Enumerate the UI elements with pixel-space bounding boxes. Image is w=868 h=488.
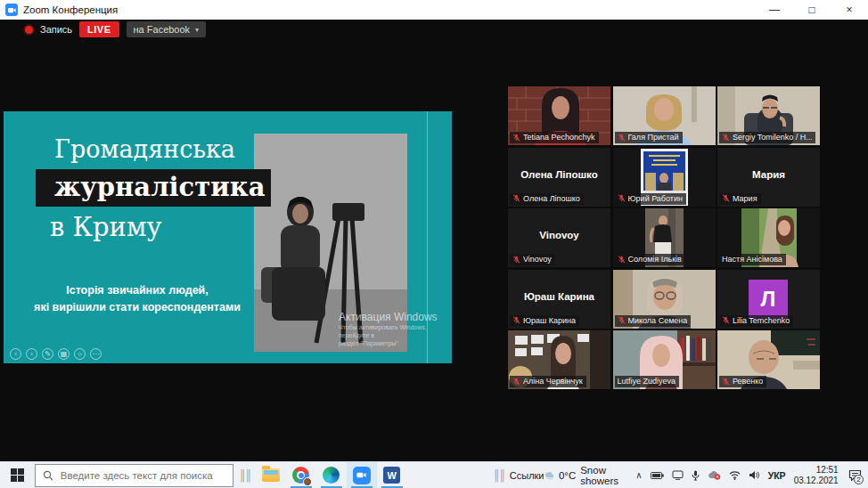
muted-mic-icon — [722, 134, 730, 142]
windows-activation-watermark: Активация Windows Чтобы активировать Win… — [339, 311, 452, 347]
language-indicator[interactable]: УКР — [768, 470, 786, 481]
search-input[interactable] — [61, 470, 225, 481]
live-target-button[interactable]: на Facebook ▾ — [127, 21, 207, 37]
slide-title-line2: журналістика — [54, 173, 271, 201]
participant-name-tag: Юрий Работин — [615, 193, 686, 205]
chevron-down-icon: ▾ — [195, 26, 199, 34]
slide-title: Громадянська журналістика в Криму — [4, 134, 271, 242]
weather-temp: 0°C — [559, 470, 576, 481]
participant-tile[interactable]: Мария Мария — [717, 148, 820, 207]
participant-tile[interactable]: Олена Ліпошко Олена Ліпошко — [508, 148, 610, 207]
slide-title-line1: Громадянська — [4, 134, 271, 165]
display-cast-icon[interactable] — [672, 470, 684, 480]
weather-text: Snow showers — [580, 465, 627, 486]
chrome-icon — [292, 467, 309, 484]
participant-tile[interactable]: Микола Семена — [613, 270, 716, 329]
slide-title-band: журналістика — [36, 169, 271, 207]
pen-tool-button[interactable]: ✎ — [42, 348, 53, 360]
participant-name-tag: Микола Семена — [615, 315, 692, 327]
links-toolbar-handle-icon[interactable]: ║║ — [493, 469, 504, 482]
muted-mic-icon — [722, 194, 730, 202]
zoom-taskbar-icon[interactable] — [347, 462, 377, 488]
recording-dot-icon — [25, 26, 33, 34]
participant-tile[interactable]: Юрий Работин — [613, 148, 716, 207]
chrome-taskbar-icon[interactable] — [286, 462, 316, 488]
participant-tile[interactable]: Tetiana Pechonchyk — [508, 86, 610, 145]
volume-icon[interactable] — [749, 470, 760, 480]
windows-logo-icon — [11, 468, 24, 482]
muted-mic-icon — [512, 256, 520, 264]
slideshow-controls: ‹ › ✎ ▦ ○ ⋯ — [10, 348, 102, 360]
participant-tile[interactable]: Sergiy Tomilenko / Н... — [717, 86, 820, 145]
links-toolbar-label[interactable]: Ссылки — [510, 470, 545, 481]
participant-name-tag: Юраш Карина — [510, 315, 579, 327]
participant-tile[interactable]: Ревенко — [717, 330, 820, 389]
microphone-icon[interactable] — [692, 470, 700, 481]
muted-mic-icon — [512, 316, 520, 324]
live-badge: LIVE — [79, 21, 119, 37]
participant-tile-active-speaker[interactable]: Lutfiye Zudiyeva — [613, 330, 716, 389]
system-tray: 0°C Snow showers ∧ УКР 12:51 03.12.2021 … — [545, 462, 868, 488]
participant-display-name: Олена Ліпошко — [508, 169, 610, 180]
notification-count-badge: 2 — [854, 475, 864, 484]
zoom-camera-icon — [353, 467, 371, 484]
more-options-button[interactable]: ⋯ — [90, 348, 102, 360]
wifi-icon[interactable] — [729, 470, 741, 480]
minimize-button[interactable]: — — [756, 0, 793, 20]
slide-sorter-button[interactable]: ▦ — [58, 348, 70, 360]
participant-tile[interactable]: Настя Анісімова — [717, 208, 820, 267]
screen-share-area: Громадянська журналістика в Криму Історі… — [0, 20, 495, 461]
participant-tile[interactable]: Vinovoy Vinovoy — [508, 208, 610, 267]
file-explorer-taskbar-icon[interactable] — [256, 462, 286, 488]
participant-tile[interactable]: Л Lilia Temchenko — [717, 270, 820, 329]
slide-subtitle: Історія звичайних людей, які вирішили ст… — [12, 282, 262, 316]
participant-tile[interactable]: Галя Пристай — [613, 86, 716, 145]
battery-icon[interactable] — [651, 471, 664, 480]
participant-tile[interactable]: Соломія Ільків — [613, 208, 716, 267]
recording-bar: Запись LIVE на Facebook ▾ — [25, 20, 206, 38]
presentation-slide: Громадянська журналістика в Криму Історі… — [4, 111, 452, 363]
participant-name-tag: Аліна Червінчук — [510, 376, 586, 387]
muted-mic-icon — [618, 194, 626, 202]
participant-name-tag: Lutfiye Zudiyeva — [615, 376, 680, 387]
participant-tile[interactable]: Аліна Червінчук — [508, 330, 610, 389]
participant-display-name: Vinovoy — [508, 230, 610, 240]
participant-name-tag: Tetiana Pechonchyk — [510, 132, 599, 143]
toolbar-handle-icon[interactable]: ║║ — [239, 469, 250, 482]
window-titlebar: Zoom Конференция — □ × — [0, 0, 868, 20]
action-center-button[interactable]: 2 — [847, 462, 864, 488]
onedrive-error-icon[interactable] — [708, 470, 721, 480]
muted-mic-icon — [618, 316, 626, 324]
edge-taskbar-icon[interactable] — [316, 462, 347, 488]
taskbar-search[interactable] — [35, 464, 233, 487]
show-hidden-icons-button[interactable]: ∧ — [635, 470, 642, 480]
previous-slide-button[interactable]: ‹ — [10, 348, 21, 360]
muted-mic-icon — [722, 378, 730, 386]
taskbar-clock[interactable]: 12:51 03.12.2021 — [794, 465, 839, 486]
live-target-label: на Facebook — [134, 24, 191, 35]
participant-name-tag: Олена Ліпошко — [510, 193, 584, 205]
participant-name-tag: Ревенко — [719, 376, 766, 387]
participant-name-tag: Vinovoy — [510, 254, 555, 265]
participant-tile[interactable]: Юраш Карина Юраш Карина — [508, 270, 610, 329]
weather-widget[interactable]: 0°C Snow showers — [545, 465, 628, 486]
zoom-app-icon — [5, 4, 18, 16]
weather-icon — [545, 469, 554, 482]
close-button[interactable]: × — [831, 0, 868, 20]
start-button[interactable] — [0, 462, 35, 488]
word-taskbar-icon[interactable]: W — [377, 462, 407, 488]
clock-date: 03.12.2021 — [794, 476, 839, 486]
next-slide-button[interactable]: › — [26, 348, 37, 360]
recording-label: Запись — [40, 24, 72, 35]
participant-name-tag: Lilia Temchenko — [719, 315, 793, 327]
window-title: Zoom Конференция — [23, 4, 118, 15]
zoom-lens-button[interactable]: ○ — [74, 348, 86, 360]
search-icon — [43, 470, 53, 481]
participants-grid: Tetiana Pechonchyk Галя Пристай — [508, 86, 821, 389]
muted-mic-icon — [618, 256, 626, 264]
muted-mic-icon — [512, 194, 520, 202]
muted-mic-icon — [512, 378, 520, 386]
maximize-button[interactable]: □ — [793, 0, 831, 20]
slide-title-line3: в Криму — [4, 212, 271, 242]
participant-name-tag: Sergiy Tomilenko / Н... — [719, 132, 815, 143]
